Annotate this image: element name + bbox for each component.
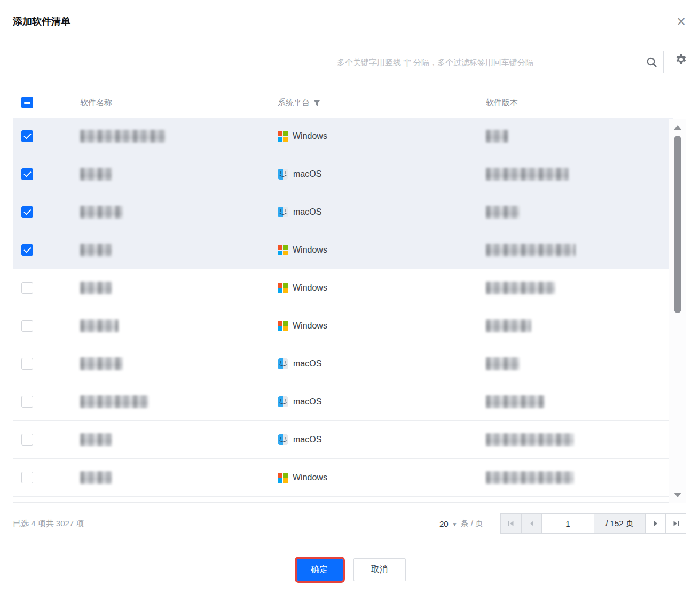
software-name-redacted (80, 319, 119, 332)
software-name-redacted (80, 168, 112, 181)
platform-label: Windows (293, 245, 327, 255)
selection-summary: 已选 4 项共 3027 项 (13, 519, 84, 529)
row-checkbox[interactable] (21, 358, 33, 370)
table-row[interactable]: Windows (13, 459, 673, 497)
row-checkbox[interactable] (21, 244, 33, 256)
row-checkbox[interactable] (21, 168, 33, 180)
software-version-redacted (486, 282, 555, 294)
software-table: 软件名称 系统平台 软件版本 Windows (13, 88, 673, 503)
confirm-highlight-annotation: 确定 (295, 557, 345, 583)
caret-down-icon[interactable]: ▼ (452, 521, 458, 527)
software-version-redacted (486, 244, 576, 256)
macos-icon (278, 169, 288, 180)
page-size-select[interactable]: 20 ▼ 条 / 页 (439, 519, 483, 529)
macos-icon (278, 207, 288, 217)
windows-icon (278, 473, 288, 483)
row-checkbox[interactable] (21, 396, 33, 408)
table-row[interactable]: Windows (13, 307, 673, 345)
page-size-value[interactable]: 20 (439, 519, 449, 528)
pager: / 152 页 (500, 513, 686, 534)
software-name-redacted (80, 433, 112, 446)
select-all-checkbox[interactable] (21, 97, 33, 108)
table-row[interactable]: macOS (13, 345, 673, 383)
column-header-version: 软件版本 (486, 98, 673, 108)
software-version-redacted (486, 471, 574, 484)
column-header-platform[interactable]: 系统平台 (278, 98, 486, 108)
platform-label: Windows (293, 283, 327, 293)
row-checkbox[interactable] (21, 320, 33, 332)
table-row[interactable]: Windows (13, 118, 673, 155)
table-scrollbar (669, 119, 686, 503)
page-first-icon[interactable] (501, 514, 521, 533)
cancel-button[interactable]: 取消 (353, 558, 406, 581)
software-name-redacted (80, 395, 148, 408)
software-version-redacted (486, 357, 520, 370)
row-checkbox[interactable] (21, 282, 33, 294)
row-checkbox[interactable] (21, 206, 33, 218)
software-name-redacted (80, 206, 123, 219)
software-version-redacted (486, 319, 531, 332)
windows-icon (278, 283, 288, 293)
platform-label: macOS (293, 397, 321, 407)
current-page-input[interactable] (542, 514, 594, 533)
software-name-redacted (80, 471, 112, 484)
scrollbar-thumb[interactable] (674, 136, 681, 313)
search-bar (329, 51, 664, 73)
scrollbar-up-icon[interactable] (674, 125, 681, 130)
filter-funnel-icon[interactable] (313, 100, 320, 106)
windows-icon (278, 131, 288, 142)
platform-label: Windows (293, 321, 327, 331)
macos-icon (278, 434, 288, 445)
confirm-button[interactable]: 确定 (297, 559, 343, 581)
windows-icon (278, 321, 288, 331)
column-header-name: 软件名称 (80, 98, 278, 108)
table-row[interactable]: macOS (13, 193, 673, 231)
software-version-redacted (486, 130, 508, 143)
software-name-redacted (80, 244, 112, 256)
macos-icon (278, 396, 288, 407)
dialog-actions: 确定 取消 (0, 557, 700, 583)
close-icon[interactable]: ✕ (677, 16, 686, 28)
platform-label: macOS (293, 435, 321, 444)
platform-label: Windows (293, 473, 327, 482)
platform-label: macOS (293, 359, 321, 369)
page-next-icon[interactable] (645, 514, 665, 533)
dialog-title: 添加软件清单 (13, 15, 70, 28)
page-last-icon[interactable] (665, 514, 686, 533)
page-prev-icon[interactable] (521, 514, 541, 533)
page-size-unit: 条 / 页 (460, 519, 483, 529)
page-input-cell (541, 514, 594, 533)
platform-label: Windows (293, 131, 327, 141)
table-row[interactable]: Windows (13, 269, 673, 307)
table-row[interactable]: macOS (13, 383, 673, 421)
scrollbar-down-icon[interactable] (674, 493, 681, 497)
total-pages-label: / 152 页 (594, 514, 645, 533)
software-name-redacted (80, 282, 112, 294)
row-checkbox[interactable] (21, 472, 33, 483)
row-checkbox[interactable] (21, 130, 33, 142)
software-name-redacted (80, 357, 123, 370)
windows-icon (278, 245, 288, 255)
software-version-redacted (486, 395, 545, 408)
platform-label: macOS (293, 207, 321, 217)
table-body: Windows macOS macOS (13, 118, 673, 503)
search-icon[interactable] (640, 51, 663, 73)
pagination-bar: 20 ▼ 条 / 页 / 152 页 (439, 513, 686, 534)
gear-icon[interactable] (673, 52, 688, 67)
software-name-redacted (80, 130, 166, 143)
software-version-redacted (486, 168, 569, 181)
platform-label: macOS (293, 169, 321, 179)
table-row[interactable]: macOS (13, 421, 673, 459)
table-row[interactable]: Windows (13, 231, 673, 269)
macos-icon (278, 358, 288, 369)
row-checkbox[interactable] (21, 434, 33, 446)
search-input[interactable] (329, 51, 640, 73)
table-header: 软件名称 系统平台 软件版本 (13, 88, 673, 118)
software-version-redacted (486, 433, 574, 446)
table-row[interactable]: macOS (13, 155, 673, 193)
software-version-redacted (486, 206, 520, 219)
